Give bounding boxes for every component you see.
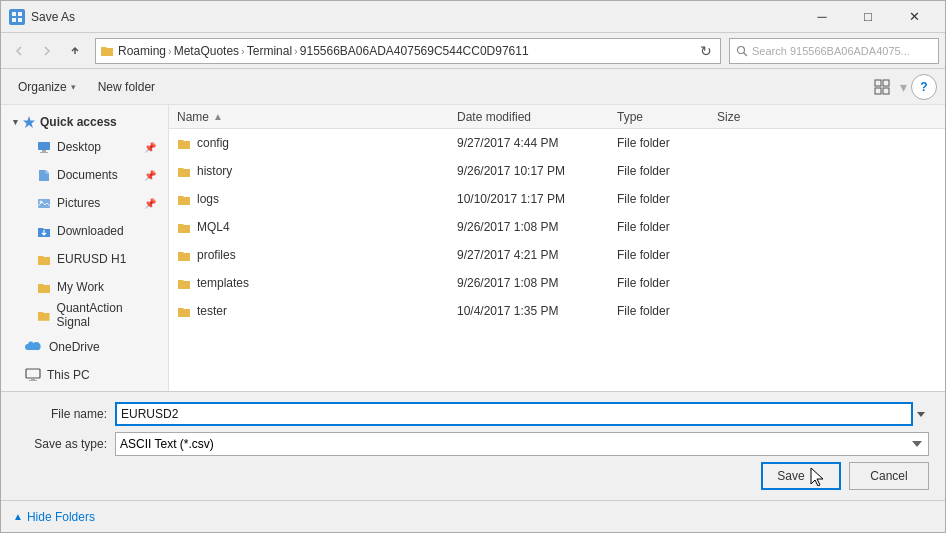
up-button[interactable] (63, 39, 87, 63)
sidebar-item-pictures[interactable]: Pictures 📌 (1, 189, 168, 217)
pictures-icon (37, 197, 51, 209)
col-header-date[interactable]: Date modified (457, 110, 617, 124)
save-area: File name: Save as type: ASCII Text (*.c… (1, 391, 945, 500)
col-header-type[interactable]: Type (617, 110, 717, 124)
svg-rect-9 (883, 88, 889, 94)
save-buttons: Save Cancel (17, 462, 929, 490)
table-row[interactable]: profiles 9/27/2017 4:21 PM File folder (169, 241, 945, 269)
close-button[interactable]: ✕ (891, 1, 937, 33)
sidebar-item-thispc[interactable]: This PC (1, 361, 168, 389)
sidebar-item-quantaction[interactable]: QuantAction Signal (1, 301, 168, 329)
forward-button[interactable] (35, 39, 59, 63)
pin-icon: 📌 (144, 142, 156, 153)
title-bar: Save As ─ □ ✕ (1, 1, 945, 33)
organize-button[interactable]: Organize ▾ (9, 74, 85, 100)
cancel-button[interactable]: Cancel (849, 462, 929, 490)
folder-icon (177, 136, 191, 150)
cursor-icon (809, 466, 825, 486)
addr-hash: 915566BA06ADA407569C544CC0D97611 (300, 44, 529, 58)
svg-rect-7 (883, 80, 889, 86)
svg-rect-0 (12, 12, 16, 16)
filetype-label: Save as type: (17, 437, 107, 451)
maximize-button[interactable]: □ (845, 1, 891, 33)
chevron-down-icon: ▾ (13, 117, 18, 127)
sidebar-item-desktop[interactable]: Desktop 📌 (1, 133, 168, 161)
view-separator: ▾ (900, 79, 907, 95)
address-path: Roaming › MetaQuotes › Terminal › 915566… (118, 44, 692, 58)
table-row[interactable]: tester 10/4/2017 1:35 PM File folder (169, 297, 945, 325)
download-folder-icon (37, 224, 51, 238)
view-options-button[interactable] (868, 74, 896, 100)
folder-icon (177, 248, 191, 262)
table-row[interactable]: logs 10/10/2017 1:17 PM File folder (169, 185, 945, 213)
dropdown-arrow-icon (913, 402, 929, 426)
svg-point-4 (738, 46, 745, 53)
svg-rect-11 (38, 142, 50, 150)
action-bar: Organize ▾ New folder ▾ ? (1, 69, 945, 105)
file-area: Name ▲ Date modified Type Size config 9/… (169, 105, 945, 391)
folder-icon (177, 276, 191, 290)
file-list-header: Name ▲ Date modified Type Size (169, 105, 945, 129)
save-button[interactable]: Save (761, 462, 841, 490)
svg-rect-2 (12, 18, 16, 22)
table-row[interactable]: config 9/27/2017 4:44 PM File folder (169, 129, 945, 157)
svg-rect-16 (26, 369, 40, 378)
back-button[interactable] (7, 39, 31, 63)
sidebar-item-documents[interactable]: Documents 📌 (1, 161, 168, 189)
pin-icon: 📌 (144, 170, 156, 181)
folder-yellow2-icon (37, 280, 51, 294)
quick-access-header: ▾ Quick access (1, 109, 168, 133)
hide-folders-bar[interactable]: ▲ Hide Folders (1, 500, 945, 532)
quick-access-star-icon (22, 115, 36, 129)
pin-icon: 📌 (144, 198, 156, 209)
svg-rect-6 (875, 80, 881, 86)
search-icon (736, 45, 748, 57)
folder-icon (177, 192, 191, 206)
filename-input[interactable] (115, 402, 913, 426)
address-bar[interactable]: Roaming › MetaQuotes › Terminal › 915566… (95, 38, 721, 64)
navigation-toolbar: Roaming › MetaQuotes › Terminal › 915566… (1, 33, 945, 69)
svg-rect-3 (18, 18, 22, 22)
svg-marker-20 (917, 412, 925, 417)
svg-rect-8 (875, 88, 881, 94)
sidebar-item-eurusd[interactable]: EURUSD H1 (1, 245, 168, 273)
table-row[interactable]: MQL4 9/26/2017 1:08 PM File folder (169, 213, 945, 241)
documents-icon (37, 168, 51, 182)
svg-marker-10 (23, 116, 35, 128)
window-controls: ─ □ ✕ (799, 1, 937, 33)
help-button[interactable]: ? (911, 74, 937, 100)
folder-icon (177, 164, 191, 178)
folder-icon (177, 304, 191, 318)
filename-label: File name: (17, 407, 107, 421)
filename-row: File name: (17, 402, 929, 426)
window-icon (9, 9, 25, 25)
sidebar-item-downloaded[interactable]: Downloaded (1, 217, 168, 245)
table-row[interactable]: history 9/26/2017 10:17 PM File folder (169, 157, 945, 185)
window-title: Save As (31, 10, 799, 24)
folder-icon (100, 44, 114, 58)
sidebar-item-onedrive[interactable]: OneDrive (1, 333, 168, 361)
folder-icon (177, 220, 191, 234)
svg-rect-12 (42, 150, 46, 152)
new-folder-button[interactable]: New folder (89, 74, 164, 100)
view-icon (874, 79, 890, 95)
refresh-button[interactable]: ↻ (696, 41, 716, 61)
computer-icon (25, 368, 41, 382)
svg-rect-1 (18, 12, 22, 16)
svg-rect-13 (40, 152, 48, 153)
folder-yellow-icon (37, 252, 51, 266)
search-placeholder: Search 915566BA06ADA4075... (752, 45, 910, 57)
filetype-select[interactable]: ASCII Text (*.csv) (115, 432, 929, 456)
chevron-down-icon: ▾ (71, 82, 76, 92)
filetype-row: Save as type: ASCII Text (*.csv) (17, 432, 929, 456)
sidebar-item-mywork[interactable]: My Work (1, 273, 168, 301)
addr-roaming: Roaming (118, 44, 166, 58)
main-content: ▾ Quick access Desktop 📌 Documents 📌 (1, 105, 945, 391)
col-header-name[interactable]: Name ▲ (177, 110, 457, 124)
minimize-button[interactable]: ─ (799, 1, 845, 33)
quick-access-section: ▾ Quick access Desktop 📌 Documents 📌 (1, 109, 168, 329)
col-header-size[interactable]: Size (717, 110, 797, 124)
folder-yellow3-icon (37, 308, 51, 322)
table-row[interactable]: templates 9/26/2017 1:08 PM File folder (169, 269, 945, 297)
search-box[interactable]: Search 915566BA06ADA4075... (729, 38, 939, 64)
